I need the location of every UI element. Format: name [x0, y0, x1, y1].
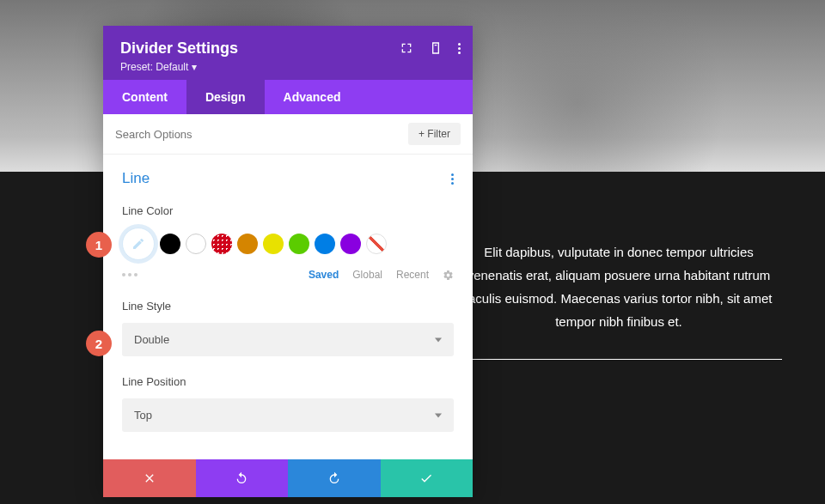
undo-icon	[235, 471, 248, 485]
redo-button[interactable]	[288, 459, 381, 497]
swatch-yellow[interactable]	[263, 234, 284, 254]
swatch-purple[interactable]	[340, 234, 361, 254]
line-style-label: Line Style	[122, 300, 454, 313]
callout-2: 2	[86, 331, 112, 356]
check-icon	[419, 471, 433, 485]
section-title[interactable]: Line	[122, 170, 150, 187]
more-colors-icon[interactable]	[122, 273, 138, 276]
palette-tab-recent[interactable]: Recent	[396, 269, 429, 281]
swatch-white[interactable]	[186, 234, 206, 254]
swatch-green[interactable]	[289, 234, 309, 254]
filter-button[interactable]: + Filter	[408, 123, 461, 145]
panel-footer	[103, 459, 473, 497]
settings-panel: Divider Settings Preset: Default ▾ Conte…	[103, 26, 473, 497]
line-position-select[interactable]: Top	[122, 398, 454, 432]
page-body-text: Elit dapibus, vulputate in donec tempor …	[455, 240, 782, 360]
line-color-label: Line Color	[122, 204, 454, 217]
swatch-blue[interactable]	[315, 234, 335, 254]
gear-icon[interactable]	[443, 270, 454, 281]
undo-button[interactable]	[196, 459, 289, 497]
panel-preset[interactable]: Preset: Default ▾	[120, 61, 455, 73]
tabs: Content Design Advanced	[103, 80, 473, 114]
tab-advanced[interactable]: Advanced	[265, 80, 360, 114]
callout-1: 1	[86, 232, 112, 258]
panel-header: Divider Settings Preset: Default ▾	[103, 26, 473, 80]
swatch-black[interactable]	[160, 234, 180, 254]
line-style-select[interactable]: Double	[122, 323, 454, 356]
line-position-label: Line Position	[122, 375, 454, 388]
tab-design[interactable]: Design	[186, 80, 265, 114]
docs-icon[interactable]	[429, 41, 443, 55]
color-swatches	[122, 228, 454, 260]
redo-icon	[327, 471, 341, 485]
divider-preview	[455, 359, 782, 360]
search-input[interactable]	[115, 128, 408, 141]
save-button[interactable]	[381, 459, 474, 497]
swatch-red-dotted[interactable]	[211, 234, 232, 254]
more-icon[interactable]	[458, 43, 461, 54]
section-menu-icon[interactable]	[451, 173, 454, 185]
panel-body: Line Line Color Saved Global Recent	[103, 155, 473, 459]
tab-content[interactable]: Content	[103, 80, 186, 114]
search-row: + Filter	[103, 114, 473, 155]
color-picker-button[interactable]	[122, 228, 155, 260]
palette-tab-global[interactable]: Global	[352, 269, 382, 281]
expand-icon[interactable]	[400, 41, 413, 55]
palette-tab-saved[interactable]: Saved	[309, 269, 339, 281]
close-button[interactable]	[103, 459, 196, 497]
body-paragraph: Elit dapibus, vulputate in donec tempor …	[455, 240, 782, 333]
swatch-orange[interactable]	[237, 234, 258, 254]
close-icon	[143, 471, 156, 485]
swatch-none[interactable]	[366, 234, 387, 254]
